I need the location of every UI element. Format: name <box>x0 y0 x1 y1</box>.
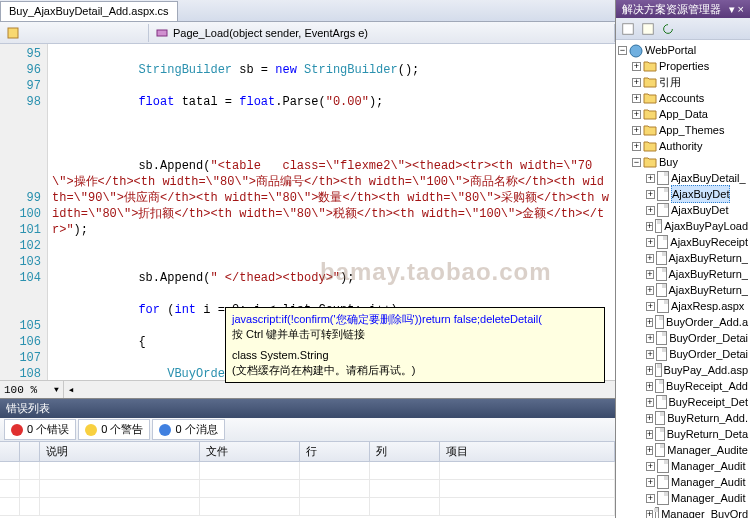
tree-node[interactable]: +AjaxBuyPayLoad <box>618 218 748 234</box>
tree-node[interactable]: +BuyPay_Add.asp <box>618 362 748 378</box>
tree-node[interactable]: +App_Themes <box>618 122 748 138</box>
tree-label: Manager_Audit <box>671 490 746 506</box>
class-dropdown[interactable] <box>0 24 149 42</box>
col-column[interactable]: 列 <box>370 442 440 461</box>
tree-node[interactable]: −WebPortal <box>618 42 748 58</box>
zoom-value[interactable]: 100 % <box>4 384 54 396</box>
expand-icon[interactable]: + <box>646 414 653 423</box>
solution-tree[interactable]: −WebPortal+Properties+引用+Accounts+App_Da… <box>616 40 750 518</box>
expand-icon[interactable]: − <box>632 158 641 167</box>
tree-node[interactable]: +BuyOrder_Add.a <box>618 314 748 330</box>
tree-node[interactable]: −Buy <box>618 154 748 170</box>
col-project[interactable]: 项目 <box>440 442 615 461</box>
tree-node[interactable]: +BuyOrder_Detai <box>618 330 748 346</box>
tree-node[interactable]: +Manager_BuyOrd <box>618 506 748 518</box>
tree-node[interactable]: +AjaxBuyReturn_ <box>618 266 748 282</box>
expand-icon[interactable]: + <box>646 430 653 439</box>
method-dropdown[interactable]: Page_Load(object sender, EventArgs e) <box>149 24 615 42</box>
errors-tab[interactable]: 0 个错误 <box>4 419 76 440</box>
tree-node[interactable]: +BuyReturn_Deta <box>618 426 748 442</box>
tree-node[interactable]: +AjaxBuyDet <box>618 186 748 202</box>
tree-node[interactable]: +AjaxResp.aspx <box>618 298 748 314</box>
expand-icon[interactable]: + <box>632 110 641 119</box>
tree-node[interactable]: +AjaxBuyReturn_ <box>618 250 748 266</box>
expand-icon[interactable]: + <box>646 382 653 391</box>
expand-icon[interactable]: + <box>646 286 654 295</box>
expand-icon[interactable]: + <box>632 142 641 151</box>
file-tab[interactable]: Buy_AjaxBuyDetail_Add.aspx.cs <box>0 1 178 21</box>
view-designer-icon[interactable] <box>700 21 716 37</box>
file-icon <box>655 379 664 393</box>
properties-icon[interactable] <box>620 21 636 37</box>
expand-icon[interactable]: + <box>646 222 653 231</box>
expand-icon[interactable]: + <box>646 318 653 327</box>
tree-node[interactable]: +AjaxBuyDetail_ <box>618 170 748 186</box>
expand-icon[interactable]: + <box>632 78 641 87</box>
expand-icon[interactable]: + <box>646 302 655 311</box>
expand-icon[interactable]: + <box>646 462 655 471</box>
tree-label: BuyReceipt_Add <box>666 378 748 394</box>
col-description[interactable]: 说明 <box>40 442 200 461</box>
folder-icon <box>643 156 657 168</box>
messages-tab[interactable]: 0 个消息 <box>152 419 224 440</box>
tree-node[interactable]: +AjaxBuyReceipt <box>618 234 748 250</box>
file-icon <box>656 251 667 265</box>
expand-icon[interactable]: + <box>646 206 655 215</box>
expand-icon[interactable]: + <box>646 238 655 247</box>
expand-icon[interactable]: + <box>632 94 641 103</box>
expand-icon[interactable]: + <box>646 478 655 487</box>
tree-label: BuyReturn_Add. <box>667 410 748 426</box>
expand-icon[interactable]: + <box>646 510 653 519</box>
tree-label: BuyOrder_Detai <box>669 346 748 362</box>
solution-explorer: 解决方案资源管理器 ▾ × −WebPortal+Properties+引用+A… <box>615 0 750 518</box>
tree-label: BuyOrder_Detai <box>669 330 748 346</box>
expand-icon[interactable]: + <box>646 254 654 263</box>
file-icon <box>655 411 665 425</box>
tree-label: Buy <box>659 154 678 170</box>
expand-icon[interactable]: + <box>646 494 655 503</box>
file-icon <box>656 331 667 345</box>
expand-icon[interactable]: + <box>646 174 655 183</box>
tree-node[interactable]: +引用 <box>618 74 748 90</box>
error-grid-body[interactable] <box>0 462 615 518</box>
expand-icon[interactable]: + <box>646 334 654 343</box>
expand-icon[interactable]: + <box>646 350 654 359</box>
tree-node[interactable]: +BuyReturn_Add. <box>618 410 748 426</box>
expand-icon[interactable]: + <box>646 398 654 407</box>
folder-icon <box>643 140 657 152</box>
tree-node[interactable]: +BuyOrder_Detai <box>618 346 748 362</box>
nav-left-icon[interactable]: ◂ <box>68 383 75 396</box>
view-code-icon[interactable] <box>680 21 696 37</box>
col-line[interactable]: 行 <box>300 442 370 461</box>
tree-node[interactable]: +Manager_Audite <box>618 442 748 458</box>
tree-node[interactable]: +BuyReceipt_Det <box>618 394 748 410</box>
expand-icon[interactable]: − <box>618 46 627 55</box>
col-file[interactable]: 文件 <box>200 442 300 461</box>
tree-node[interactable]: +Manager_Audit <box>618 474 748 490</box>
tree-label: WebPortal <box>645 42 696 58</box>
panel-menu-icon[interactable]: ▾ × <box>729 3 744 16</box>
editor-tab-bar: Buy_AjaxBuyDetail_Add.aspx.cs <box>0 0 615 22</box>
tree-label: AjaxBuyReturn_ <box>669 266 749 282</box>
tree-node[interactable]: +BuyReceipt_Add <box>618 378 748 394</box>
warnings-tab[interactable]: 0 个警告 <box>78 419 150 440</box>
tree-label: Authority <box>659 138 702 154</box>
tree-node[interactable]: +Authority <box>618 138 748 154</box>
refresh-icon[interactable] <box>660 21 676 37</box>
tree-node[interactable]: +Accounts <box>618 90 748 106</box>
tree-node[interactable]: +Manager_Audit <box>618 458 748 474</box>
tree-node[interactable]: +AjaxBuyReturn_ <box>618 282 748 298</box>
expand-icon[interactable]: + <box>646 270 654 279</box>
expand-icon[interactable]: + <box>646 446 653 455</box>
tree-node[interactable]: +App_Data <box>618 106 748 122</box>
tree-node[interactable]: +AjaxBuyDet <box>618 202 748 218</box>
expand-icon[interactable]: + <box>646 190 655 199</box>
error-icon <box>11 424 23 436</box>
expand-icon[interactable]: + <box>646 366 653 375</box>
show-all-icon[interactable] <box>640 21 656 37</box>
tree-node[interactable]: +Properties <box>618 58 748 74</box>
tree-node[interactable]: +Manager_Audit <box>618 490 748 506</box>
expand-icon[interactable]: + <box>632 126 641 135</box>
tree-label: AjaxBuyPayLoad <box>664 218 748 234</box>
expand-icon[interactable]: + <box>632 62 641 71</box>
